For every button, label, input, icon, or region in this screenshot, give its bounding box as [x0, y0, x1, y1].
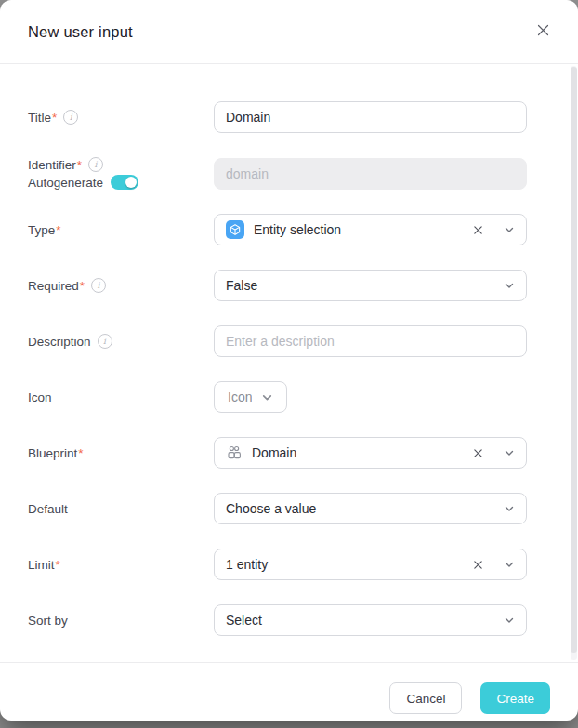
scrollbar-thumb[interactable] — [571, 67, 577, 653]
sort-by-label: Sort by — [28, 614, 214, 628]
type-select[interactable]: Entity selection — [214, 214, 527, 245]
description-input[interactable] — [214, 325, 527, 357]
sort-by-value: Select — [226, 613, 504, 628]
required-label: Required* i — [28, 278, 214, 293]
form-row-default: Default Choose a value — [28, 493, 578, 524]
chevron-down-icon — [504, 224, 515, 235]
create-button[interactable]: Create — [480, 682, 550, 714]
default-label: Default — [28, 502, 214, 516]
modal-title: New user input — [28, 23, 133, 41]
clear-icon[interactable] — [471, 223, 485, 237]
close-button[interactable] — [532, 20, 554, 44]
identifier-label: Identifier* i — [28, 157, 214, 172]
default-select[interactable]: Choose a value — [214, 493, 527, 524]
sort-by-select[interactable]: Select — [214, 604, 527, 636]
chevron-down-icon — [504, 559, 515, 570]
info-icon[interactable]: i — [88, 157, 103, 172]
required-value: False — [226, 278, 504, 293]
chevron-down-icon — [261, 391, 273, 404]
info-icon[interactable]: i — [63, 110, 78, 125]
type-label: Type* — [28, 223, 214, 237]
form-row-blueprint: Blueprint* Domain — [28, 437, 578, 469]
type-value: Entity selection — [254, 222, 471, 237]
required-mark: * — [56, 223, 60, 237]
clear-icon[interactable] — [471, 558, 485, 572]
icon-value: Icon — [228, 390, 252, 404]
form-row-identifier: Identifier* i Autogenerate — [28, 157, 578, 190]
limit-label: Limit* — [28, 558, 214, 572]
required-mark: * — [56, 558, 60, 572]
form-row-sort-by: Sort by Select — [28, 604, 578, 636]
form-row-limit: Limit* 1 entity — [28, 549, 578, 580]
form-row-type: Type* Entity selection — [28, 214, 578, 245]
title-input[interactable] — [214, 101, 527, 133]
required-mark: * — [80, 279, 85, 293]
autogenerate-row: Autogenerate — [28, 175, 214, 190]
limit-select[interactable]: 1 entity — [214, 549, 527, 580]
close-icon — [536, 23, 550, 40]
form-row-icon: Icon Icon — [28, 381, 578, 413]
info-icon[interactable]: i — [98, 334, 112, 349]
chevron-down-icon — [504, 503, 515, 514]
clear-icon[interactable] — [471, 446, 485, 460]
entity-cube-icon — [226, 220, 244, 239]
description-label: Description i — [28, 334, 214, 349]
icon-select[interactable]: Icon — [214, 381, 287, 413]
new-user-input-modal: New user input Title* i Identifier* — [0, 0, 578, 721]
modal-footer: Cancel Create — [0, 662, 578, 721]
form-row-description: Description i — [28, 325, 578, 357]
required-mark: * — [78, 446, 83, 460]
blueprint-label: Blueprint* — [28, 446, 214, 460]
cancel-button[interactable]: Cancel — [389, 682, 462, 714]
chevron-down-icon — [504, 615, 515, 626]
modal-body: Title* i Identifier* i Autogenerate — [0, 64, 578, 662]
blueprint-select[interactable]: Domain — [214, 437, 527, 469]
required-mark: * — [52, 111, 57, 125]
blueprint-value: Domain — [252, 445, 471, 460]
chevron-down-icon — [504, 447, 515, 458]
two-users-icon — [226, 444, 243, 461]
chevron-down-icon — [504, 280, 515, 291]
required-mark: * — [77, 158, 82, 172]
scrollbar-track[interactable] — [571, 66, 577, 660]
toggle-knob — [125, 177, 137, 188]
title-label: Title* i — [28, 110, 214, 125]
form-row-title: Title* i — [28, 101, 578, 133]
autogenerate-label: Autogenerate — [28, 176, 103, 190]
modal-header: New user input — [0, 0, 578, 64]
default-value: Choose a value — [226, 501, 504, 516]
info-icon[interactable]: i — [91, 278, 106, 293]
form-row-required: Required* i False — [28, 270, 578, 301]
limit-value: 1 entity — [226, 557, 471, 572]
icon-label: Icon — [28, 390, 214, 404]
autogenerate-toggle[interactable] — [111, 175, 138, 190]
required-select[interactable]: False — [214, 270, 527, 301]
identifier-input — [214, 158, 527, 190]
